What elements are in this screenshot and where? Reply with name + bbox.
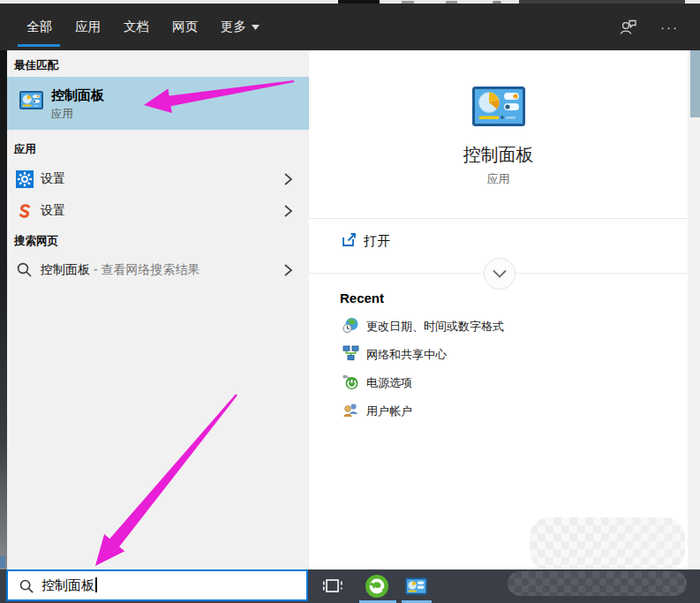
- preview-app-title: 控制面板: [309, 143, 688, 167]
- chevron-down-icon: [492, 269, 508, 278]
- result-settings-1[interactable]: 设置: [7, 163, 309, 195]
- network-icon: [342, 345, 359, 362]
- recent-item-label: 网络和共享中心: [366, 347, 447, 363]
- preview-app-subtitle: 应用: [309, 171, 688, 187]
- result-web-search[interactable]: 控制面板 - 查看网络搜索结果: [7, 254, 309, 286]
- tab-apps-label: 应用: [75, 19, 101, 35]
- search-filter-tabs: 全部 应用 文档 网页 更多: [26, 4, 260, 50]
- best-match-result-control-panel[interactable]: 控制面板 应用: [7, 77, 309, 130]
- recent-item-network[interactable]: 网络和共享中心: [309, 340, 688, 368]
- control-panel-icon: [405, 577, 427, 595]
- section-header-apps: 应用: [14, 142, 36, 157]
- recent-header: Recent: [340, 290, 384, 305]
- tab-all[interactable]: 全部: [26, 19, 52, 35]
- blurred-watermark: [530, 517, 685, 570]
- tab-web[interactable]: 网页: [172, 19, 198, 35]
- tab-documents-label: 文档: [124, 19, 149, 35]
- selected-tab-underline: [18, 44, 60, 47]
- search-icon: [16, 261, 34, 279]
- tab-all-label: 全部: [26, 19, 52, 35]
- user-accounts-icon: [342, 402, 359, 418]
- scrollbar[interactable]: [688, 50, 700, 569]
- settings-gear-icon: [16, 170, 34, 188]
- blurred-taskbar-area: [508, 571, 687, 596]
- section-header-best-match: 最佳匹配: [14, 58, 58, 73]
- recent-item-power[interactable]: 电源选项: [309, 368, 688, 396]
- web-search-suffix: - 查看网络搜索结果: [94, 262, 200, 276]
- open-external-icon: [341, 231, 358, 248]
- chevron-right-icon[interactable]: [279, 170, 297, 188]
- search-header: 全部 应用 文档 网页 更多 ···: [0, 4, 700, 50]
- result-settings-2[interactable]: 设置: [7, 195, 309, 227]
- result-label: 设置: [41, 171, 65, 187]
- result-label: 设置: [41, 203, 65, 219]
- control-panel-icon: [19, 91, 43, 109]
- user-feedback-icon[interactable]: [618, 17, 639, 38]
- divider: [309, 218, 688, 219]
- results-panel: 最佳匹配 控制面板 应用 应用: [7, 50, 309, 569]
- header-actions: ···: [618, 4, 679, 50]
- recent-item-label: 电源选项: [366, 375, 412, 391]
- task-view-icon: [322, 577, 343, 595]
- green-browser-icon: [365, 574, 389, 599]
- tab-documents[interactable]: 文档: [124, 19, 149, 35]
- scrollbar-thumb[interactable]: [690, 50, 700, 117]
- desktop-icon-fragment: [0, 556, 5, 568]
- open-action[interactable]: 打开: [309, 223, 688, 259]
- text-caret: [95, 577, 97, 592]
- taskbar-search-input[interactable]: 控制面板: [6, 569, 308, 601]
- control-panel-taskbar-button[interactable]: [399, 571, 433, 601]
- search-input-value: 控制面板: [41, 577, 97, 594]
- best-match-title: 控制面板: [51, 87, 104, 104]
- recent-item-user-accounts[interactable]: 用户帐户: [309, 396, 688, 425]
- recent-item-label: 用户帐户: [366, 403, 412, 419]
- browser-taskbar-button[interactable]: [360, 571, 394, 601]
- web-search-query: 控制面板: [41, 262, 90, 276]
- section-header-search-web: 搜索网页: [14, 234, 58, 249]
- dropdown-triangle-icon: [252, 25, 260, 30]
- sogou-settings-icon: [16, 202, 34, 220]
- tab-apps[interactable]: 应用: [75, 19, 101, 35]
- web-search-label: 控制面板 - 查看网络搜索结果: [41, 262, 199, 278]
- chevron-right-icon[interactable]: [279, 261, 297, 279]
- tab-more-label: 更多: [221, 19, 246, 35]
- search-icon: [19, 578, 35, 595]
- tab-more[interactable]: 更多: [221, 19, 260, 35]
- task-view-button[interactable]: [316, 571, 350, 601]
- expand-button[interactable]: [484, 258, 516, 290]
- open-action-label: 打开: [364, 233, 390, 250]
- search-flyout-body: 最佳匹配 控制面板 应用 应用: [0, 50, 700, 569]
- region-clock-icon: [342, 317, 359, 334]
- tab-web-label: 网页: [172, 19, 198, 35]
- best-match-subtitle: 应用: [51, 107, 73, 122]
- recent-item-region[interactable]: 更改日期、时间或数字格式: [309, 312, 688, 340]
- ellipsis-icon[interactable]: ···: [660, 20, 679, 34]
- chevron-right-icon[interactable]: [279, 202, 297, 220]
- control-panel-icon-large: [472, 87, 525, 126]
- preview-panel: 控制面板 应用 打开 Recent 更改日期、时间或数字格式: [309, 50, 688, 569]
- recent-item-label: 更改日期、时间或数字格式: [366, 319, 504, 335]
- desktop-edge-stripe: [0, 50, 7, 569]
- power-icon: [342, 373, 359, 390]
